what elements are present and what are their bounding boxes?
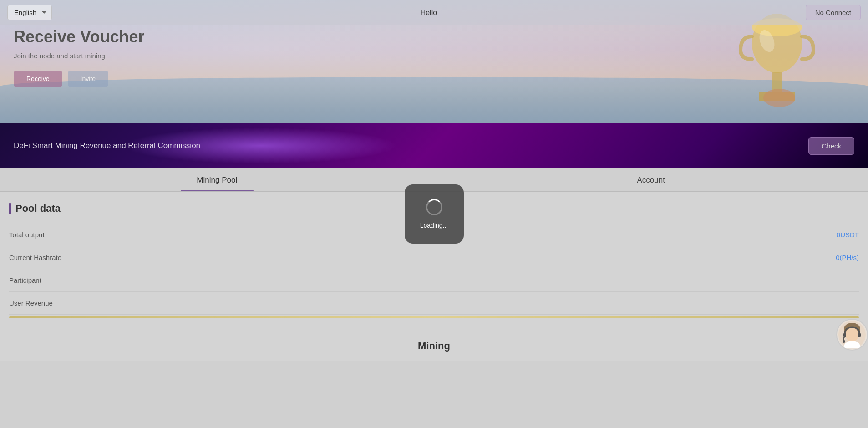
hashrate-label: Current Hashrate [9, 254, 61, 261]
defi-banner-text: DeFi Smart Mining Revenue and Referral C… [14, 141, 200, 150]
support-avatar-icon [837, 320, 867, 350]
hashrate-value: 0(PH/s) [836, 254, 859, 261]
mining-bottom: Mining [0, 331, 868, 361]
hero-content: Receive Voucher Join the node and start … [14, 27, 144, 87]
svg-point-8 [846, 327, 858, 342]
user-revenue-label: User Revenue [9, 299, 53, 307]
top-nav: English中文日本語한국어 Hello No Connect [0, 0, 868, 25]
defi-banner: DeFi Smart Mining Revenue and Referral C… [0, 123, 868, 168]
loading-box: Loading... [405, 184, 464, 244]
scroll-indicator [9, 316, 859, 318]
support-avatar[interactable] [836, 319, 868, 351]
language-select[interactable]: English中文日本語한국어 [7, 5, 52, 20]
pool-data-bar-accent [9, 203, 11, 214]
hero-title: Receive Voucher [14, 27, 144, 46]
invite-button[interactable]: Invite [68, 71, 108, 87]
loading-text: Loading... [420, 222, 448, 229]
no-connect-button[interactable]: No Connect [806, 5, 861, 20]
participant-label: Participant [9, 276, 41, 284]
svg-point-5 [763, 89, 795, 107]
svg-point-13 [843, 340, 845, 343]
hero-subtitle: Join the node and start mining [14, 52, 144, 60]
loading-spinner [426, 199, 442, 215]
pool-data-title: Pool data [15, 203, 61, 214]
pool-row-participant: Participant [9, 269, 859, 292]
pool-row-hashrate: Current Hashrate 0(PH/s) [9, 246, 859, 269]
hero-buttons: Receive Invite [14, 71, 144, 87]
mining-section-title: Mining [9, 340, 859, 352]
pool-row-user-revenue: User Revenue [9, 292, 859, 315]
tab-account[interactable]: Account [434, 168, 868, 191]
tab-mining-pool[interactable]: Mining Pool [0, 168, 434, 191]
hello-text: Hello [421, 9, 437, 17]
total-output-value: 0USDT [837, 231, 859, 239]
svg-rect-12 [858, 333, 861, 337]
receive-button[interactable]: Receive [14, 71, 62, 87]
check-button[interactable]: Check [808, 137, 854, 155]
total-output-label: Total output [9, 231, 45, 239]
